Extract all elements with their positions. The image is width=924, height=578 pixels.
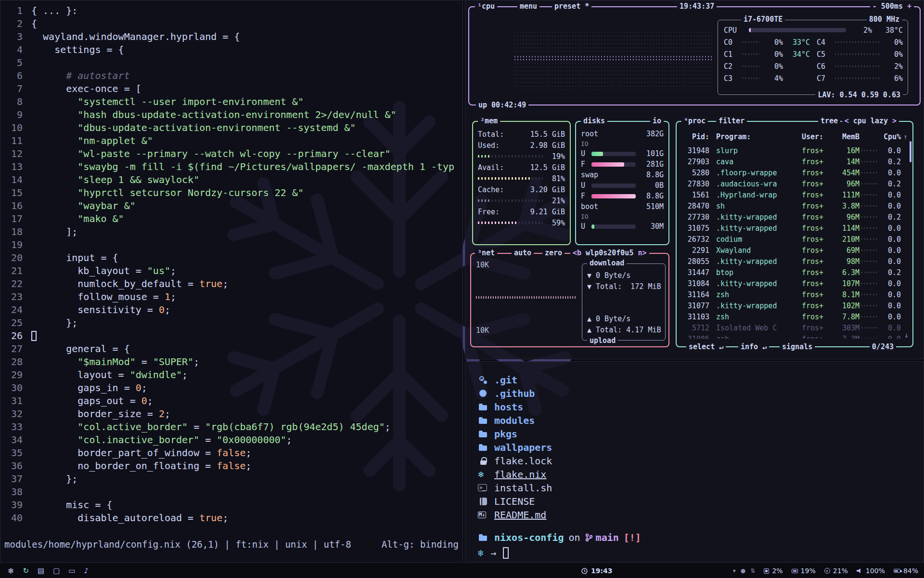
- process-row[interactable]: 31447 btop fros+ 6.3M 0.2: [682, 267, 908, 278]
- proc-select-button[interactable]: select ↵: [686, 342, 726, 352]
- proc-sort-control[interactable]: < cpu lazy >: [842, 116, 899, 126]
- cpu-module[interactable]: 2%: [764, 567, 783, 575]
- upload-title: upload: [587, 336, 618, 345]
- volume-module[interactable]: 100%: [857, 567, 885, 575]
- process-row[interactable]: 5712 Isolated Web C fros+ 303M 0.0: [682, 322, 908, 333]
- proc-box-title[interactable]: ⁴proc: [681, 116, 708, 126]
- editor-window[interactable]: 1 { ... }: 2 { 3 wayland.windowManager.h…: [0, 0, 463, 563]
- code-line: 21 kb_layout = "us";: [0, 264, 462, 277]
- code-line: 2 {: [0, 17, 462, 30]
- music-icon[interactable]: ♪: [84, 566, 89, 575]
- shell-input-line[interactable]: ❄ →: [478, 546, 911, 560]
- scroll-up-icon[interactable]: ↑: [901, 132, 908, 141]
- file-icon: [478, 429, 490, 439]
- clock-module[interactable]: 19:43: [581, 564, 613, 578]
- line-text: [31, 329, 37, 342]
- code-line: 24 sensitivity = 0;: [0, 303, 462, 316]
- battery-module[interactable]: 84%: [894, 567, 918, 575]
- proc-filter-button[interactable]: filter: [716, 116, 747, 126]
- line-number: 25: [0, 316, 23, 329]
- disks-io-toggle[interactable]: io: [650, 116, 664, 126]
- mem-box-title[interactable]: ²mem: [478, 116, 500, 126]
- proc-signals-button[interactable]: signals: [780, 342, 815, 352]
- grid-icon[interactable]: ▤: [38, 566, 44, 575]
- memory-module[interactable]: 19%: [792, 567, 816, 575]
- mem-stat: Used:2.98 GiB 19%: [478, 140, 565, 162]
- process-row[interactable]: 31103 zsh fros+ 7.8M 0.0: [682, 311, 908, 322]
- process-row[interactable]: 2291 Xwayland fros+ 69M 0.0: [682, 245, 908, 256]
- line-number: 31: [0, 394, 23, 407]
- line-number: 10: [0, 121, 23, 134]
- file-icon: [478, 402, 490, 412]
- proc-info-button[interactable]: info ↵: [738, 342, 769, 352]
- system-tray[interactable]: ▾ ● ⇅: [733, 567, 756, 574]
- line-text: "hash dbus-update-activation-environment…: [31, 108, 397, 121]
- net-box-title[interactable]: ³net: [475, 248, 497, 258]
- terminal-window[interactable]: .git .github hosts modules: [465, 361, 924, 563]
- line-number: 2: [0, 17, 23, 30]
- process-table-header[interactable]: Pid: Program: User: MemB Cpu% ↑: [682, 132, 908, 141]
- code-line: 1 { ... }:: [0, 4, 462, 17]
- code-line: 4 settings = {: [0, 43, 462, 56]
- net-zero-toggle[interactable]: zero: [542, 248, 565, 258]
- process-row[interactable]: 27830 .audacious-wra fros+ 96M 0.2: [682, 178, 908, 189]
- proc-tree-toggle[interactable]: tree: [818, 116, 840, 126]
- code-line: 32 border_size = 2;: [0, 407, 462, 420]
- tray-arrow-icon[interactable]: ▾: [733, 567, 736, 574]
- preset-button[interactable]: preset *: [552, 1, 591, 11]
- proc-scrollbar[interactable]: [910, 141, 911, 162]
- git-branch-icon: [585, 533, 593, 542]
- file-name: hosts: [494, 400, 523, 414]
- process-row[interactable]: 31164 zsh fros+ 8.1M 0.0: [682, 289, 908, 300]
- window-icon[interactable]: ▢: [53, 566, 60, 575]
- net-interface-label[interactable]: <b wlp0s20f0u5 n>: [570, 248, 649, 258]
- statusline-keybind-hint: Alt-g: binding: [382, 539, 459, 550]
- line-text: { ... }:: [31, 4, 77, 17]
- net-auto-toggle[interactable]: auto: [512, 248, 534, 258]
- code-area[interactable]: 1 { ... }: 2 { 3 wayland.windowManager.h…: [0, 0, 462, 525]
- line-text: "mako &": [31, 212, 124, 225]
- tray-dot-icon[interactable]: ●: [741, 567, 745, 574]
- clock-icon: [581, 568, 588, 574]
- file-icon: [478, 415, 490, 426]
- btop-window[interactable]: ¹cpu menu preset * 19:43:37 - 500ms + i7…: [465, 0, 924, 359]
- update-interval-control[interactable]: - 500ms +: [870, 1, 914, 11]
- scroll-down-icon[interactable]: ↓: [904, 331, 909, 340]
- disk-row: root 382G: [581, 129, 664, 139]
- disk-module[interactable]: 21%: [824, 567, 848, 575]
- cpu-box-title[interactable]: ¹cpu: [475, 1, 497, 11]
- disk-row: IO: [581, 212, 664, 221]
- line-text: "col.active_border" = "rgb(cba6f7) rgb(9…: [31, 420, 391, 434]
- code-line: 37 };: [0, 473, 462, 486]
- process-row[interactable]: 28470 sh fros+ 3.8M 0.0: [682, 200, 908, 211]
- process-row[interactable]: 31075 .kitty-wrapped fros+ 114M 0.0: [682, 223, 908, 234]
- disks-box-title[interactable]: disks: [581, 116, 607, 126]
- process-row[interactable]: 31077 .kitty-wrapped fros+ 102M 0.0: [682, 300, 908, 311]
- process-row[interactable]: 28055 .kitty-wrapped fros+ 98M 0.0: [682, 256, 908, 267]
- menu-button[interactable]: menu: [517, 1, 539, 11]
- process-row[interactable]: 31084 .kitty-wrapped fros+ 107M 0.0: [682, 278, 908, 289]
- line-number: 40: [0, 512, 23, 525]
- process-row[interactable]: 26732 codium fros+ 210M 0.0: [682, 234, 908, 245]
- code-line: 16 "waybar &": [0, 199, 462, 212]
- file-row: README.md: [478, 508, 911, 522]
- line-text: wayland.windowManager.hyprland = {: [31, 30, 240, 43]
- line-text: {: [31, 17, 37, 30]
- process-row[interactable]: 31086 zsh fros+ 7.3M 0.0: [682, 333, 908, 339]
- btop-net-box: ³net auto zero <b wlp0s20f0u5 n> 10K 10K…: [470, 253, 669, 347]
- process-row[interactable]: 27903 cava fros+ 14M 0.2: [682, 156, 908, 167]
- process-row[interactable]: 5280 .floorp-wrappe fros+ 454M 0.0: [682, 167, 908, 178]
- process-row[interactable]: 1561 .Hyprland-wrap fros+ 111M 0.0: [682, 189, 908, 200]
- line-number: 15: [0, 186, 23, 199]
- refresh-icon[interactable]: ↻: [23, 566, 29, 575]
- process-row[interactable]: 27730 .kitty-wrapped fros+ 96M 0.2: [682, 211, 908, 223]
- monitor-icon[interactable]: ▭: [68, 566, 75, 575]
- file-row: pkgs: [478, 427, 911, 441]
- process-row[interactable]: 31948 slurp fros+ 16M 0.0: [682, 145, 908, 156]
- folder-icon: [478, 532, 490, 543]
- nixos-logo-icon[interactable]: ❄: [8, 566, 14, 576]
- tray-network-icon[interactable]: ⇅: [750, 567, 755, 574]
- disk-row: U 0B: [581, 180, 664, 191]
- code-line: 13 "swaybg -m fill -i $(find ~/Pictures/…: [0, 160, 462, 173]
- code-line: 18 ];: [0, 225, 462, 238]
